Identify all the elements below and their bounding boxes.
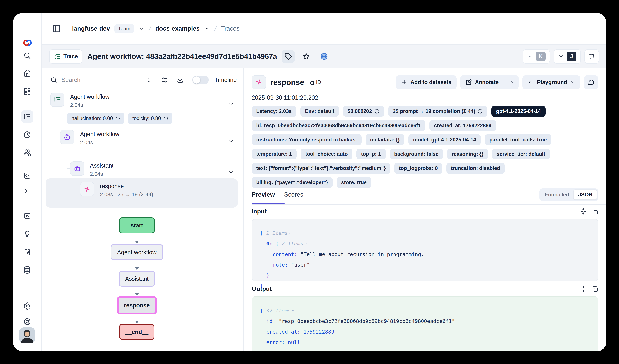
temperature-badge: temperature: 1 (252, 148, 296, 160)
metadata-badges: Latency: 2.03s Env: default $0.000202 25… (252, 106, 600, 188)
output-heading: Output (252, 285, 272, 293)
trace-header-bar: Trace Agent workflow: 483a2afb22b41ee49d… (42, 45, 606, 68)
graph-arrow (137, 261, 137, 268)
tabs-divider (252, 204, 606, 205)
tree-row-span[interactable]: Agent workflow 2.04s (60, 130, 119, 146)
settings-gear-icon[interactable] (21, 300, 33, 312)
tracing-icon[interactable] (21, 110, 33, 123)
id-label: ID (316, 79, 321, 85)
annotate-dropdown-button[interactable] (506, 75, 519, 89)
store-badge: store: true (337, 177, 371, 188)
support-lifebuoy-icon[interactable] (21, 315, 33, 328)
json-items-meta[interactable]: 32 Items (266, 308, 291, 313)
input-section-header: Input (252, 207, 598, 216)
annotate-label: Annotate (475, 79, 499, 85)
copy-icon (309, 79, 314, 85)
observation-title: response (270, 78, 304, 87)
timeline-label: Timeline (214, 77, 237, 83)
kbd-j: J (567, 52, 577, 61)
info-icon[interactable] (374, 109, 380, 114)
score-badge-toxicity[interactable]: toxicity: 0.80 (128, 113, 172, 124)
chevron-down-icon[interactable] (228, 101, 234, 107)
breadcrumb-section[interactable]: Traces (221, 25, 239, 32)
timeline-toggle[interactable] (192, 76, 209, 84)
chevron-down-icon[interactable] (228, 138, 234, 144)
graph-section-divider (42, 214, 243, 214)
tag-icon[interactable] (282, 50, 295, 63)
collapse-icon[interactable] (580, 208, 587, 215)
comments-button[interactable] (584, 75, 598, 89)
instructions-badge: instructions: You only respond in haikus… (252, 134, 362, 145)
sessions-clock-icon[interactable] (21, 129, 33, 141)
copy-icon[interactable] (592, 208, 598, 215)
chevron-down-icon (291, 308, 295, 313)
score-badge-hallucination[interactable]: hallucination: 0.00 (67, 113, 125, 124)
tree-row-span[interactable]: Assistant 2.04s (70, 162, 113, 177)
evaluators-lightbulb-icon[interactable] (21, 228, 33, 240)
breadcrumb-project[interactable]: docs-examples (155, 25, 200, 32)
search-nav-icon[interactable] (21, 50, 33, 62)
org-chevron-down-icon[interactable] (139, 26, 144, 31)
json-items-meta[interactable]: 2 Items (282, 241, 303, 247)
prev-trace-button[interactable]: K (523, 49, 550, 64)
delete-trace-button[interactable] (584, 49, 599, 64)
chevron-down-icon (288, 231, 292, 235)
download-icon[interactable] (177, 77, 183, 83)
format-option-json[interactable]: JSON (574, 190, 597, 200)
next-trace-button[interactable]: J (554, 49, 581, 64)
dashboard-icon[interactable] (21, 85, 33, 98)
json-string: "resp_0beedbcbe3c72fe30068db9c69bc94819c… (279, 318, 455, 324)
tab-preview[interactable]: Preview (252, 191, 275, 198)
playground-button[interactable]: Playground (522, 75, 580, 89)
tree-search-input[interactable]: Search (50, 77, 80, 83)
collapse-all-icon[interactable] (145, 77, 153, 83)
annotation-clipboard-icon[interactable] (21, 246, 33, 258)
model-badge[interactable]: gpt-4.1-2025-04-14 (492, 106, 546, 117)
playground-label: Playground (537, 79, 567, 85)
annotate-button[interactable]: Annotate (460, 75, 503, 89)
copy-id-button[interactable]: ID (309, 79, 321, 85)
tree-settings-icon[interactable] (161, 77, 168, 83)
chevron-down-icon[interactable] (228, 169, 234, 175)
json-key: 0: (266, 241, 272, 247)
service-tier-badge: service_tier: default (492, 148, 550, 160)
json-number: 1759222889 (303, 329, 334, 335)
breadcrumb-org[interactable]: langfuse-dev (72, 25, 110, 32)
project-chevron-down-icon[interactable] (204, 26, 210, 31)
graph-node-end[interactable]: __end__ (119, 324, 155, 340)
parallel-tool-calls-badge: parallel_tool_calls: true (485, 134, 551, 145)
format-option-formatted[interactable]: Formatted (541, 190, 574, 199)
add-to-datasets-button[interactable]: Add to datasets (396, 75, 457, 89)
playground-terminal-icon[interactable] (21, 186, 33, 198)
json-brace: } (266, 272, 269, 278)
prompts-icon[interactable] (21, 169, 33, 182)
copy-icon[interactable] (592, 286, 598, 292)
tree-connector (67, 168, 70, 169)
tab-scores[interactable]: Scores (284, 191, 303, 198)
langfuse-logo[interactable] (23, 38, 32, 48)
scores-icon[interactable] (21, 210, 33, 222)
tree-connector (57, 137, 60, 137)
graph-node-start[interactable]: __start__ (119, 217, 155, 233)
star-icon[interactable] (300, 50, 313, 63)
graph-node-response[interactable]: response (117, 296, 157, 314)
sidebar-toggle-icon[interactable] (52, 24, 61, 33)
tree-row-trace[interactable]: Agent workflow 2.04s (50, 93, 109, 108)
graph-node-agent-workflow[interactable]: Agent workflow (111, 244, 163, 260)
users-icon[interactable] (21, 146, 33, 159)
home-icon[interactable] (21, 67, 33, 79)
json-key: created_at: (266, 329, 300, 335)
datasets-database-icon[interactable] (21, 264, 33, 276)
graph-node-assistant[interactable]: Assistant (119, 271, 155, 287)
user-avatar[interactable] (19, 327, 35, 343)
chevron-up-icon (527, 54, 533, 59)
tree-row-response-selected[interactable]: response 2.03s 25 → 19 (Σ 44) (45, 178, 238, 207)
json-key: id: (266, 318, 276, 324)
tree-row-duration: 2.04s (90, 171, 113, 177)
edit-icon (465, 79, 472, 85)
graph-node-label: response (124, 302, 150, 309)
public-globe-icon[interactable] (318, 50, 331, 63)
info-icon[interactable] (478, 109, 483, 114)
collapse-icon[interactable] (580, 286, 587, 292)
json-items-meta[interactable]: 1 Items (266, 230, 288, 236)
